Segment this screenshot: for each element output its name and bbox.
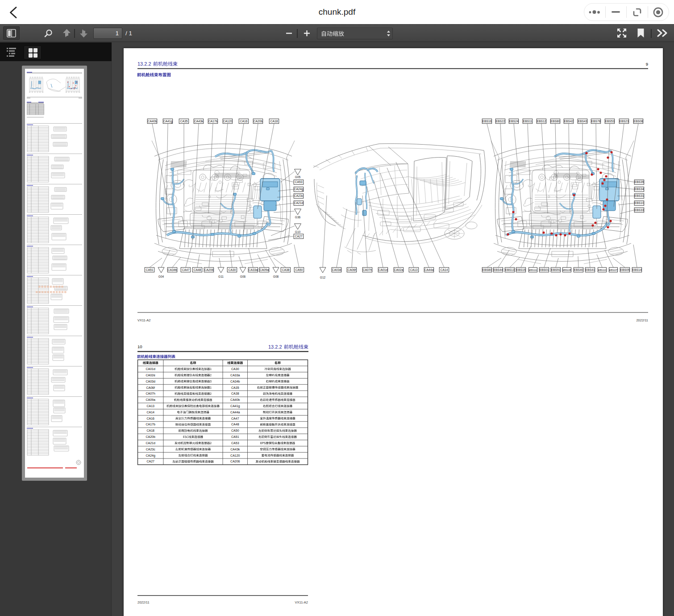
svg-text:CA02e: CA02e: [146, 374, 155, 377]
svg-text:CA38: CA38: [282, 268, 289, 271]
svg-text:13.2.2: 13.2.2: [268, 344, 282, 350]
svg-text:CA17b: CA17b: [146, 423, 155, 426]
svg-text:CA44a: CA44a: [424, 268, 434, 271]
svg-text:EBS31: EBS31: [634, 194, 644, 197]
svg-text:CA51: CA51: [146, 268, 153, 271]
svg-text:CA48: CA48: [193, 268, 201, 271]
svg-text:EBS78: EBS78: [591, 120, 600, 123]
svg-text:CA24g: CA24g: [294, 187, 304, 191]
svg-text:VX11-A2: VX11-A2: [295, 600, 308, 604]
svg-text:G04: G04: [158, 275, 164, 278]
svg-text:CA27: CA27: [146, 460, 154, 463]
svg-text:CA23c: CA23c: [294, 194, 304, 197]
svg-text:CA30: CA30: [228, 268, 236, 271]
svg-text:CA23c: CA23c: [146, 448, 156, 451]
svg-text:CA14: CA14: [146, 411, 154, 414]
svg-text:CA120: CA120: [230, 454, 240, 457]
svg-text:EBS22: EBS22: [495, 120, 505, 123]
svg-text:EBS44: EBS44: [493, 268, 503, 271]
svg-text:CA50: CA50: [231, 429, 239, 432]
svg-text:EBS13: EBS13: [505, 268, 514, 271]
svg-text:EBS108: EBS108: [562, 269, 571, 271]
svg-text:G36: G36: [295, 216, 301, 219]
svg-text:CA40b: CA40b: [230, 398, 240, 401]
svg-text:CA03d: CA03d: [332, 268, 341, 271]
svg-text:CA53: CA53: [295, 180, 302, 183]
svg-text:CA47: CA47: [182, 268, 189, 271]
svg-text:CA30: CA30: [231, 367, 239, 370]
svg-text:CA24g: CA24g: [146, 454, 155, 458]
svg-text:EBS43: EBS43: [578, 120, 587, 123]
svg-text:CA07h: CA07h: [146, 392, 155, 395]
svg-text:EBS33: EBS33: [634, 208, 644, 212]
svg-text:EBS01: EBS01: [539, 268, 549, 271]
svg-text:9: 9: [646, 62, 648, 67]
svg-text:2022/11: 2022/11: [137, 600, 150, 604]
svg-text:CA27: CA27: [295, 235, 302, 238]
svg-text:CA18: CA18: [146, 429, 154, 432]
svg-text:EBS35: EBS35: [634, 180, 644, 183]
svg-text:CA02a: CA02a: [394, 268, 404, 271]
svg-text:CA206: CA206: [230, 460, 240, 463]
svg-text:CA16: CA16: [146, 417, 154, 420]
svg-text:CA41g: CA41g: [230, 404, 240, 408]
svg-text:CA34b: CA34b: [168, 268, 177, 271]
svg-text:EBS11: EBS11: [523, 120, 533, 123]
svg-text:CA47: CA47: [231, 417, 239, 420]
svg-text:EBS107: EBS107: [609, 269, 617, 271]
svg-text:CA13: CA13: [410, 268, 417, 271]
svg-text:EBS80: EBS80: [550, 120, 560, 123]
svg-text:CA07h: CA07h: [363, 268, 372, 271]
svg-text:G06: G06: [240, 275, 246, 278]
svg-text:EBS15: EBS15: [516, 268, 525, 271]
svg-text:CA206: CA206: [204, 268, 214, 271]
svg-text:EBS110: EBS110: [598, 269, 607, 271]
svg-text:CA38: CA38: [231, 392, 239, 395]
svg-text:EBS91: EBS91: [551, 268, 560, 271]
svg-text:EBS23: EBS23: [619, 120, 628, 123]
svg-text:CA35: CA35: [180, 120, 187, 123]
svg-text:CA14: CA14: [440, 268, 448, 271]
svg-text:CA20b: CA20b: [146, 435, 155, 438]
svg-text:EBS10: EBS10: [634, 201, 644, 204]
svg-text:G05: G05: [295, 175, 301, 179]
svg-text:CA21d: CA21d: [294, 201, 304, 204]
svg-text:CA41g: CA41g: [163, 120, 173, 123]
svg-text:CA43k: CA43k: [230, 448, 240, 451]
svg-text:CA01d: CA01d: [146, 367, 155, 370]
svg-text:EBS53: EBS53: [605, 120, 614, 123]
svg-text:CA06f: CA06f: [146, 386, 155, 389]
svg-text:CA09a: CA09a: [260, 268, 269, 271]
svg-text:EBS80: EBS80: [482, 268, 491, 271]
svg-text:EBS12: EBS12: [537, 120, 546, 123]
svg-text:G08: G08: [273, 275, 279, 278]
svg-text:EBS08: EBS08: [633, 120, 643, 123]
svg-text:CA48: CA48: [231, 423, 239, 426]
svg-text:CA44a: CA44a: [230, 411, 240, 414]
svg-text:EBS34: EBS34: [634, 187, 644, 191]
svg-text:EBS42: EBS42: [564, 120, 573, 123]
svg-text:CA17b: CA17b: [208, 120, 218, 123]
svg-text:CA21d: CA21d: [146, 441, 155, 445]
svg-text:CA20b: CA20b: [254, 120, 263, 123]
svg-text:CA53: CA53: [231, 441, 239, 445]
svg-text:G10: G10: [295, 230, 301, 233]
svg-text:EBS05: EBS05: [620, 268, 629, 271]
svg-text:2022/11: 2022/11: [636, 318, 648, 322]
svg-text:10: 10: [137, 344, 142, 349]
svg-text:CA03d: CA03d: [146, 380, 155, 383]
svg-text:CA34b: CA34b: [230, 380, 240, 383]
svg-text:CA51: CA51: [231, 435, 239, 438]
svg-text:CA13: CA13: [146, 404, 154, 408]
svg-text:CA06f: CA06f: [348, 268, 356, 271]
svg-text:CA43k: CA43k: [194, 120, 204, 123]
svg-text:CA120: CA120: [223, 120, 233, 123]
svg-text:EBS40: EBS40: [574, 268, 583, 271]
svg-text:CA33a: CA33a: [249, 268, 258, 271]
svg-text:EBS24: EBS24: [509, 120, 518, 123]
svg-text:VX11-A2: VX11-A2: [137, 318, 150, 322]
svg-text:G12: G12: [320, 276, 326, 279]
svg-text:EBS41: EBS41: [585, 268, 595, 271]
svg-text:CA33a: CA33a: [230, 374, 240, 377]
svg-text:CA01d: CA01d: [379, 268, 388, 271]
